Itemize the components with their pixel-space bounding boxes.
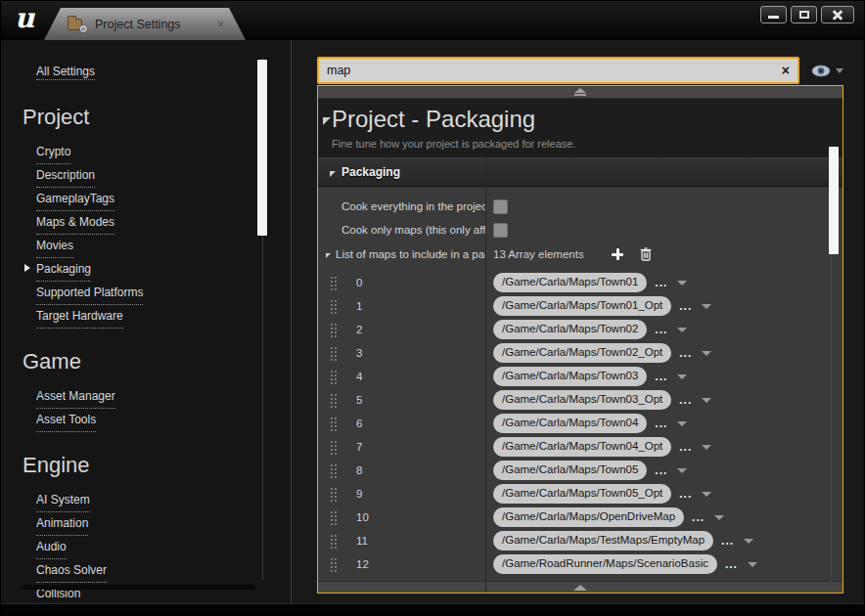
map-path-field[interactable]: /Game/Carla/Maps/Town01 (493, 273, 647, 292)
sidebar-section-engine: Engine (23, 453, 291, 478)
drag-handle-icon[interactable] (330, 393, 337, 408)
drag-handle-icon[interactable] (330, 510, 337, 525)
scroll-up-strip[interactable] (318, 86, 842, 99)
minimize-button[interactable] (760, 6, 787, 23)
drag-handle-icon[interactable] (330, 346, 337, 361)
map-path-field[interactable]: /Game/Carla/Maps/Town05_Opt (493, 484, 671, 504)
map-path-field[interactable]: /Game/Carla/Maps/Town02 (493, 320, 647, 339)
map-path-field[interactable]: /Game/Carla/Maps/Town04 (493, 414, 647, 433)
add-element-icon[interactable] (612, 248, 623, 260)
section-title: Project - Packaging (332, 106, 535, 133)
drag-handle-icon[interactable] (330, 276, 337, 290)
category-collapse-icon[interactable] (330, 171, 336, 177)
sidebar-scrollbar-thumb[interactable] (257, 60, 267, 236)
tab-project-settings[interactable]: ⚙ Project Settings × (44, 8, 246, 40)
drag-handle-icon[interactable] (330, 370, 337, 384)
sidebar-item-description[interactable]: Description (36, 164, 95, 188)
cook-everything-checkbox[interactable] (493, 199, 508, 214)
asset-options-button[interactable]: ... (679, 396, 692, 404)
sidebar-item-asset-manager[interactable]: Asset Manager (36, 385, 115, 409)
asset-options-button[interactable]: ... (655, 373, 667, 380)
category-packaging[interactable]: Packaging (318, 157, 842, 187)
map-path-field[interactable]: /Game/Carla/Maps/Town05 (493, 461, 647, 480)
dropdown-caret-icon[interactable] (744, 539, 753, 544)
map-path-field[interactable]: /Game/RoadRunner/Maps/ScenarioBasic (493, 554, 717, 574)
map-path-field[interactable]: /Game/Carla/Maps/TestMaps/EmptyMap (493, 531, 713, 550)
array-index: 0 (356, 277, 362, 288)
sidebar-item-movies[interactable]: Movies (36, 235, 73, 258)
asset-options-button[interactable]: ... (655, 326, 667, 333)
view-options-button[interactable] (811, 65, 843, 77)
map-path-field[interactable]: /Game/Carla/Maps/Town03_Opt (493, 390, 671, 410)
sidebar-item-audio[interactable]: Audio (36, 536, 67, 559)
window-bottom-border (1, 603, 864, 615)
sidebar-item-animation[interactable]: Animation (36, 512, 88, 536)
dropdown-caret-icon[interactable] (702, 351, 711, 356)
map-path-field[interactable]: /Game/Carla/Maps/OpenDriveMap (493, 507, 684, 527)
panel-scrollbar-thumb[interactable] (829, 147, 839, 254)
sidebar-item-supported-platforms[interactable]: Supported Platforms (36, 282, 143, 305)
map-path-field[interactable]: /Game/Carla/Maps/Town03 (493, 367, 647, 386)
dropdown-caret-icon[interactable] (748, 562, 757, 567)
dropdown-caret-icon[interactable] (677, 281, 687, 286)
asset-options-button[interactable]: ... (692, 513, 705, 521)
map-path-field[interactable]: /Game/Carla/Maps/Town01_Opt (493, 296, 671, 316)
scroll-down-strip[interactable] (318, 581, 842, 593)
asset-options-button[interactable]: ... (679, 349, 692, 357)
drag-handle-icon[interactable] (330, 417, 337, 431)
asset-options-button[interactable]: ... (655, 279, 667, 286)
cook-only-maps-checkbox[interactable] (493, 223, 508, 238)
dropdown-caret-icon[interactable] (677, 421, 687, 426)
sidebar-item-gameplaytags[interactable]: GameplayTags (36, 188, 114, 211)
map-path-field[interactable]: /Game/Carla/Maps/Town04_Opt (493, 437, 671, 457)
drag-handle-icon[interactable] (330, 463, 337, 478)
tab-close-icon[interactable]: × (217, 18, 224, 31)
sidebar-item-ai-system[interactable]: AI System (36, 489, 90, 512)
drag-handle-icon[interactable] (330, 440, 337, 455)
asset-options-button[interactable]: ... (679, 302, 692, 310)
asset-options-button[interactable]: ... (679, 490, 692, 498)
setting-label: List of maps to include in a pac (336, 248, 485, 260)
sidebar-item-chaos-solver[interactable]: Chaos Solver (36, 559, 107, 583)
sidebar-horizontal-scrollbar[interactable] (23, 585, 255, 590)
column-divider[interactable] (485, 157, 486, 593)
sidebar-item-packaging[interactable]: Packaging (36, 258, 91, 282)
dropdown-caret-icon[interactable] (714, 515, 724, 520)
clear-array-button[interactable] (640, 247, 652, 261)
dropdown-caret-icon[interactable] (702, 492, 711, 497)
maximize-button[interactable] (791, 6, 817, 23)
drag-handle-icon[interactable] (330, 534, 337, 549)
sidebar-item-target-hardware[interactable]: Target Hardware (36, 305, 123, 329)
asset-options-button[interactable]: ... (679, 443, 692, 451)
sidebar-item-asset-tools[interactable]: Asset Tools (36, 409, 96, 432)
dropdown-caret-icon[interactable] (677, 468, 687, 473)
project-settings-icon: ⚙ (68, 18, 85, 31)
drag-handle-icon[interactable] (330, 487, 337, 502)
dropdown-caret-icon[interactable] (702, 304, 711, 309)
map-path-field[interactable]: /Game/Carla/Maps/Town02_Opt (493, 343, 671, 363)
array-index: 8 (356, 464, 362, 476)
array-collapse-icon[interactable] (326, 253, 331, 258)
asset-options-button[interactable]: ... (655, 419, 667, 427)
section-collapse-icon[interactable] (323, 117, 331, 125)
asset-options-button[interactable]: ... (721, 537, 734, 545)
drag-handle-icon[interactable] (330, 557, 337, 572)
dropdown-caret-icon[interactable] (677, 328, 687, 332)
dropdown-caret-icon[interactable] (702, 398, 711, 403)
drag-handle-icon[interactable] (330, 299, 337, 314)
sidebar-item-crypto[interactable]: Crypto (36, 141, 70, 164)
search-input[interactable]: map × (317, 57, 799, 84)
dropdown-caret-icon[interactable] (702, 445, 711, 450)
map-array-row: 3 /Game/Carla/Maps/Town02_Opt... (318, 341, 842, 365)
dropdown-caret-icon[interactable] (677, 374, 687, 379)
category-label: Packaging (341, 165, 400, 179)
sidebar-item-all-settings[interactable]: All Settings (36, 65, 95, 80)
settings-rows: Cook everything in the project c Cook on… (318, 187, 842, 581)
asset-options-button[interactable]: ... (725, 560, 738, 568)
map-array-row: 2 /Game/Carla/Maps/Town02... (318, 318, 842, 341)
asset-options-button[interactable]: ... (655, 466, 667, 474)
sidebar-item-maps-modes[interactable]: Maps & Modes (36, 211, 114, 235)
drag-handle-icon[interactable] (330, 323, 337, 337)
search-clear-icon[interactable]: × (782, 63, 790, 78)
close-button[interactable] (821, 6, 854, 23)
